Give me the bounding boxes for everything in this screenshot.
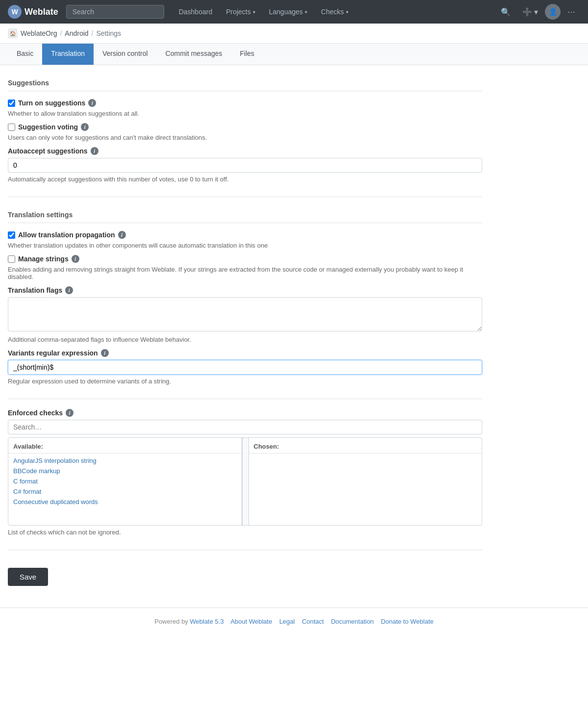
tab-translation[interactable]: Translation	[42, 44, 94, 65]
breadcrumb-sep-1: /	[60, 29, 62, 37]
translation-flags-help: Additional comma-separated flags to infl…	[8, 336, 482, 343]
tab-commit-messages[interactable]: Commit messages	[157, 44, 231, 65]
footer-legal-link[interactable]: Legal	[279, 618, 295, 625]
autoaccept-help: Automatically accept suggestions with th…	[8, 176, 482, 183]
add-icon-btn[interactable]: ➕ ▾	[517, 3, 543, 21]
suggestion-voting-info[interactable]: i	[81, 123, 89, 131]
breadcrumb-sep-2: /	[92, 29, 94, 37]
navbar: W Weblate Dashboard Projects ▾ Languages…	[0, 0, 588, 24]
allow-propagation-row: Allow translation propagation i	[8, 231, 482, 239]
footer-documentation-link[interactable]: Documentation	[331, 618, 373, 625]
list-item[interactable]: Consecutive duplicated words	[8, 497, 242, 507]
translation-flags-textarea[interactable]	[8, 297, 482, 331]
enforced-checks-search[interactable]	[8, 420, 482, 434]
breadcrumb: 🏠 WeblateOrg / Android / Settings	[0, 24, 588, 44]
manage-strings-label[interactable]: Manage strings	[18, 255, 69, 263]
suggestion-voting-row: Suggestion voting i	[8, 123, 482, 131]
listbox-divider	[242, 438, 249, 525]
list-item[interactable]: C format	[8, 476, 242, 486]
translation-settings-section: Translation settings Allow translation p…	[8, 207, 482, 399]
user-avatar-btn[interactable]: 👤	[545, 4, 561, 20]
turn-on-suggestions-help: Whether to allow translation suggestions…	[8, 110, 482, 117]
footer-about-link[interactable]: About Weblate	[230, 618, 272, 625]
enforced-checks-listbox: Available: AngularJS interpolation strin…	[8, 437, 482, 526]
brand-label: Weblate	[24, 7, 58, 17]
footer: Powered by Weblate 5.3 About Weblate Leg…	[0, 608, 588, 635]
save-button[interactable]: Save	[8, 568, 48, 586]
breadcrumb-home-link[interactable]: WeblateOrg	[21, 29, 57, 37]
tab-basic[interactable]: Basic	[8, 44, 42, 65]
suggestion-voting-label[interactable]: Suggestion voting	[18, 123, 78, 131]
main-content: Suggestions Turn on suggestions i Whethe…	[0, 65, 490, 608]
translation-settings-header: Translation settings	[8, 207, 482, 223]
translation-flags-label: Translation flags i	[8, 286, 482, 294]
suggestions-section: Suggestions Turn on suggestions i Whethe…	[8, 75, 482, 197]
suggestion-voting-checkbox[interactable]	[8, 124, 15, 131]
variants-regex-help: Regular expression used to determine var…	[8, 378, 482, 385]
autoaccept-info[interactable]: i	[91, 147, 98, 155]
allow-propagation-info[interactable]: i	[118, 231, 126, 239]
chosen-pane: Chosen:	[249, 438, 482, 525]
footer-donate-link[interactable]: Donate to Weblate	[381, 618, 433, 625]
translation-flags-field: Translation flags i Additional comma-sep…	[8, 286, 482, 343]
tab-files[interactable]: Files	[231, 44, 264, 65]
autoaccept-label: Autoaccept suggestions i	[8, 147, 482, 155]
manage-strings-row: Manage strings i	[8, 255, 482, 263]
list-item[interactable]: C# format	[8, 486, 242, 497]
nav-checks[interactable]: Checks ▾	[314, 1, 355, 23]
available-pane: Available: AngularJS interpolation strin…	[8, 438, 242, 525]
footer-powered-by: Powered by	[154, 618, 188, 625]
enforced-checks-label: Enforced checks i	[8, 409, 482, 417]
languages-dropdown-arrow: ▾	[305, 9, 307, 15]
suggestion-voting-help: Users can only vote for suggestions and …	[8, 134, 482, 141]
variants-regex-info[interactable]: i	[101, 349, 109, 357]
allow-propagation-checkbox[interactable]	[8, 231, 15, 239]
manage-strings-help: Enables adding and removing strings stra…	[8, 266, 482, 280]
brand-icon: W	[8, 5, 22, 19]
nav-languages[interactable]: Languages ▾	[262, 1, 314, 23]
breadcrumb-project-link[interactable]: Android	[65, 29, 88, 37]
enforced-checks-info[interactable]: i	[66, 409, 74, 417]
list-item[interactable]: BBCode markup	[8, 466, 242, 476]
footer-contact-link[interactable]: Contact	[302, 618, 324, 625]
nav-links: Dashboard Projects ▾ Languages ▾ Checks …	[172, 1, 355, 23]
allow-propagation-label[interactable]: Allow translation propagation	[18, 231, 115, 239]
brand-link[interactable]: W Weblate	[8, 5, 58, 19]
translation-flags-info[interactable]: i	[65, 286, 73, 294]
turn-on-suggestions-info[interactable]: i	[88, 99, 96, 107]
checks-dropdown-arrow: ▾	[346, 9, 348, 15]
variants-regex-label: Variants regular expression i	[8, 349, 482, 357]
manage-strings-checkbox[interactable]	[8, 255, 15, 263]
tabs-bar: Basic Translation Version control Commit…	[0, 44, 588, 65]
tab-version-control[interactable]: Version control	[94, 44, 157, 65]
chosen-header: Chosen:	[249, 442, 482, 454]
navbar-right: 🔍 ➕ ▾ 👤 ⋯	[496, 3, 580, 21]
footer-weblate-link[interactable]: Weblate 5.3	[190, 618, 224, 625]
turn-on-suggestions-label[interactable]: Turn on suggestions	[18, 99, 85, 107]
suggestions-header: Suggestions	[8, 75, 482, 91]
list-item[interactable]: AngularJS interpolation string	[8, 456, 242, 466]
manage-strings-info[interactable]: i	[72, 255, 79, 263]
variants-regex-field: Variants regular expression i Regular ex…	[8, 349, 482, 385]
enforced-checks-section: Enforced checks i Available: AngularJS i…	[8, 409, 482, 550]
enforced-checks-help: List of checks which can not be ignored.	[8, 529, 482, 536]
allow-propagation-help: Whether translation updates in other com…	[8, 242, 482, 249]
more-options-btn[interactable]: ⋯	[563, 3, 580, 21]
nav-dashboard[interactable]: Dashboard	[172, 1, 220, 23]
available-header: Available:	[8, 442, 242, 454]
autoaccept-input[interactable]	[8, 158, 482, 173]
turn-on-suggestions-checkbox[interactable]	[8, 100, 15, 107]
projects-dropdown-arrow: ▾	[253, 9, 255, 15]
autoaccept-field: Autoaccept suggestions i Automatically a…	[8, 147, 482, 183]
nav-projects[interactable]: Projects ▾	[219, 1, 262, 23]
variants-regex-input[interactable]	[8, 360, 482, 375]
breadcrumb-home-icon: 🏠	[8, 28, 18, 38]
breadcrumb-current: Settings	[97, 29, 122, 37]
search-icon-btn[interactable]: 🔍	[496, 3, 515, 21]
turn-on-suggestions-row: Turn on suggestions i	[8, 99, 482, 107]
search-input[interactable]	[66, 5, 164, 19]
